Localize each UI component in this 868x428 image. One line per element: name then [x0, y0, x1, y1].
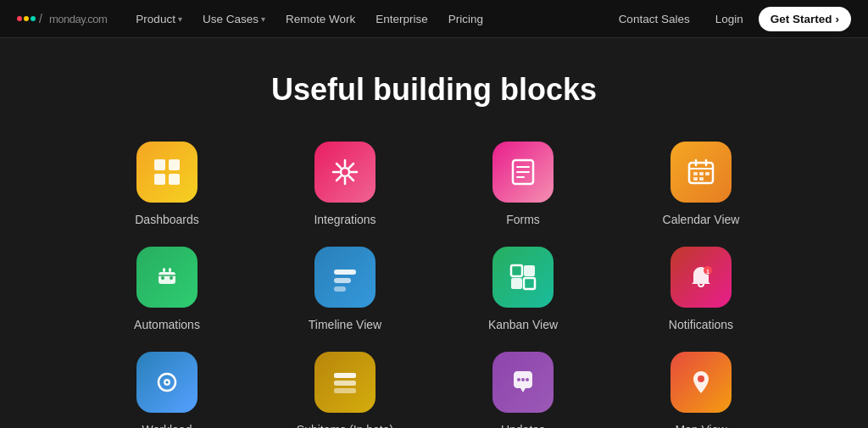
timeline-view-icon	[314, 247, 376, 308]
svg-text:1: 1	[706, 269, 709, 275]
svg-rect-24	[693, 177, 698, 181]
workload-label: Workload	[142, 423, 192, 428]
svg-rect-3	[169, 174, 180, 185]
svg-rect-33	[334, 278, 351, 283]
svg-point-48	[521, 378, 525, 381]
svg-rect-23	[705, 172, 709, 175]
map-view-icon	[670, 352, 732, 413]
svg-rect-1	[169, 159, 180, 170]
nav-contact-sales[interactable]: Contact Sales	[609, 8, 700, 31]
subitems-icon	[314, 352, 376, 413]
automations-label: Automations	[134, 318, 200, 331]
nav-product[interactable]: Product ▾	[127, 8, 191, 31]
svg-rect-36	[524, 265, 535, 276]
svg-line-9	[337, 164, 341, 168]
map-view-label: Map View	[675, 423, 726, 428]
svg-rect-0	[154, 159, 165, 170]
main-content: Useful building blocks Dashboards	[0, 38, 868, 428]
feature-workload[interactable]: Workload	[95, 352, 239, 428]
feature-subitems[interactable]: Subitems (In beta)	[273, 352, 417, 428]
forms-label: Forms	[506, 213, 540, 226]
svg-rect-34	[334, 286, 346, 292]
workload-icon	[136, 352, 198, 413]
svg-point-28	[170, 276, 173, 280]
svg-rect-2	[154, 174, 165, 185]
chevron-down-icon: ▾	[261, 14, 265, 24]
kanban-view-label: Kanban View	[488, 318, 558, 331]
feature-notifications[interactable]: 1 Notifications	[629, 247, 773, 331]
feature-updates[interactable]: Updates	[451, 352, 595, 428]
notifications-label: Notifications	[669, 318, 733, 331]
svg-rect-44	[334, 373, 356, 378]
navbar: / monday.com Product ▾ Use Cases ▾ Remot…	[0, 0, 868, 38]
svg-rect-38	[524, 278, 535, 289]
svg-point-4	[341, 168, 349, 176]
integrations-label: Integrations	[314, 213, 376, 226]
nav-get-started-button[interactable]: Get Started ›	[759, 7, 851, 31]
nav-remote-work[interactable]: Remote Work	[277, 8, 364, 31]
forms-icon	[492, 142, 554, 203]
logo[interactable]: / monday.com	[17, 11, 107, 26]
chevron-down-icon: ▾	[178, 14, 182, 24]
svg-rect-30	[163, 268, 165, 272]
feature-automations[interactable]: Automations	[95, 247, 239, 331]
svg-rect-32	[334, 270, 356, 275]
kanban-view-icon	[492, 247, 554, 308]
calendar-view-icon	[670, 142, 732, 203]
subitems-label: Subitems (In beta)	[297, 423, 393, 428]
arrow-right-icon: ›	[836, 13, 840, 25]
nav-links-right: Contact Sales Login Get Started ›	[609, 7, 851, 31]
svg-rect-22	[699, 172, 704, 175]
svg-line-11	[349, 164, 353, 168]
dashboards-label: Dashboards	[135, 213, 199, 226]
notifications-icon: 1	[670, 247, 732, 308]
svg-point-50	[698, 375, 704, 382]
updates-icon	[492, 352, 554, 413]
integrations-icon	[314, 142, 376, 203]
timeline-view-label: Timeline View	[309, 318, 381, 331]
logo-text: monday.com	[49, 11, 107, 26]
svg-point-49	[526, 378, 529, 381]
feature-integrations[interactable]: Integrations	[273, 142, 417, 226]
svg-point-27	[161, 276, 164, 280]
feature-timeline-view[interactable]: Timeline View	[273, 247, 417, 331]
calendar-view-label: Calendar View	[663, 213, 740, 226]
automations-icon	[136, 247, 198, 308]
svg-line-12	[337, 176, 341, 181]
svg-rect-45	[334, 381, 356, 386]
feature-kanban-view[interactable]: Kanban View	[451, 247, 595, 331]
svg-rect-21	[693, 172, 698, 175]
updates-label: Updates	[501, 423, 545, 428]
nav-enterprise[interactable]: Enterprise	[367, 8, 437, 31]
svg-rect-37	[511, 278, 522, 289]
feature-calendar-view[interactable]: Calendar View	[629, 142, 773, 226]
svg-line-10	[349, 176, 353, 181]
logo-icon: /	[17, 12, 44, 25]
nav-use-cases[interactable]: Use Cases ▾	[194, 8, 274, 31]
svg-rect-46	[334, 388, 356, 393]
svg-rect-35	[511, 265, 522, 276]
nav-login[interactable]: Login	[705, 8, 754, 31]
dashboards-icon	[136, 142, 198, 203]
svg-rect-25	[699, 177, 704, 181]
feature-map-view[interactable]: Map View	[629, 352, 773, 428]
svg-rect-31	[169, 268, 171, 272]
features-grid: Dashboards Integrations	[95, 142, 773, 428]
svg-point-47	[517, 378, 520, 381]
feature-forms[interactable]: Forms	[451, 142, 595, 226]
page-title: Useful building blocks	[271, 72, 597, 108]
svg-point-43	[166, 381, 169, 384]
nav-links-left: Product ▾ Use Cases ▾ Remote Work Enterp…	[127, 8, 608, 31]
nav-pricing[interactable]: Pricing	[440, 8, 492, 31]
feature-dashboards[interactable]: Dashboards	[95, 142, 239, 226]
